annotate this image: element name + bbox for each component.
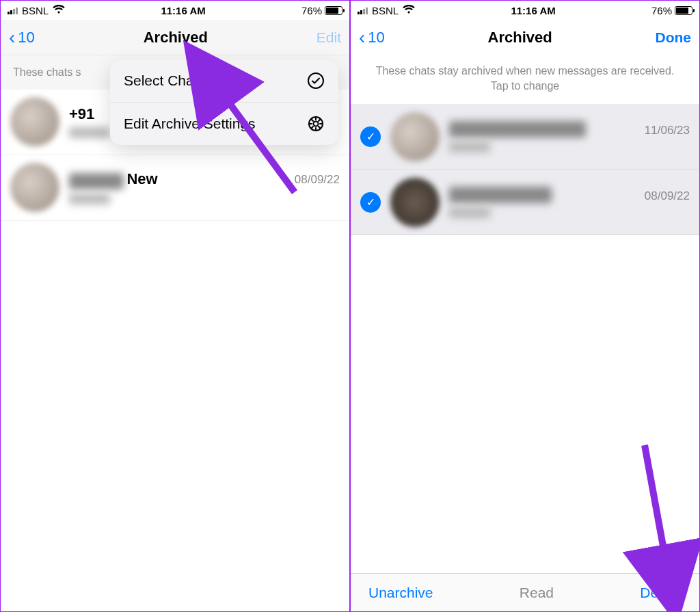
chat-date: 11/06/23 (645, 124, 690, 137)
nav-bar: ‹ 10 Archived Done (351, 20, 699, 55)
chat-name-blurred (449, 187, 552, 203)
chat-preview (69, 194, 110, 204)
status-bar: BSNL 11:16 AM 76% (1, 1, 349, 20)
status-time: 11:16 AM (511, 5, 555, 16)
back-button[interactable]: ‹ 10 (359, 28, 385, 47)
read-button[interactable]: Read (520, 585, 554, 601)
gear-icon (307, 115, 325, 133)
annotation-arrow (624, 438, 700, 585)
chat-name-blurred (69, 173, 124, 189)
page-title: Archived (144, 29, 208, 46)
selection-check-icon[interactable]: ✓ (360, 192, 381, 213)
chat-preview (449, 142, 490, 152)
chat-name: New (126, 170, 157, 187)
carrier-label: BSNL (372, 5, 399, 16)
menu-item-label: Edit Archive Settings (124, 116, 256, 132)
edit-button[interactable]: Edit (317, 29, 341, 46)
avatar (10, 97, 59, 146)
menu-item-label: Select Chats (124, 72, 205, 89)
chat-name-blurred (449, 121, 586, 137)
back-count: 10 (18, 29, 34, 46)
chat-row[interactable]: ✓ 08/09/22 (351, 170, 699, 235)
phone-left: BSNL 11:16 AM 76% ‹ 10 Archived Edit (0, 0, 350, 612)
nav-bar: ‹ 10 Archived Edit (1, 20, 349, 55)
selection-toolbar: Unarchive Read Delete (351, 573, 699, 611)
battery-icon (325, 6, 342, 15)
chat-date: 08/09/22 (295, 173, 340, 187)
battery-pct: 76% (301, 5, 322, 16)
wifi-icon (53, 5, 65, 16)
svg-line-4 (645, 445, 667, 565)
back-button[interactable]: ‹ 10 (9, 28, 35, 47)
chevron-left-icon: ‹ (9, 28, 15, 47)
battery-pct: 76% (651, 5, 672, 16)
chat-list: ✓ 11/06/23 ✓ (351, 104, 699, 235)
chat-row[interactable]: ✓ 11/06/23 (351, 104, 699, 170)
avatar (390, 112, 440, 161)
svg-point-0 (308, 73, 323, 88)
chevron-left-icon: ‹ (359, 28, 365, 47)
signal-bars-icon (358, 6, 368, 14)
battery-icon (675, 6, 692, 15)
carrier-label: BSNL (22, 5, 49, 16)
archive-info-text[interactable]: These chats stay archived when new messa… (351, 55, 699, 104)
chat-row[interactable]: New 08/09/22 (1, 155, 349, 221)
status-bar: BSNL 11:16 AM 76% (351, 1, 699, 20)
back-count: 10 (368, 29, 384, 46)
edit-context-menu: Select Chats Edit Archive Settings (110, 59, 338, 145)
svg-point-2 (314, 122, 319, 127)
page-title: Archived (488, 29, 552, 46)
unarchive-button[interactable]: Unarchive (368, 585, 433, 601)
dual-phone-canvas: BSNL 11:16 AM 76% ‹ 10 Archived Edit (0, 0, 700, 612)
avatar (390, 178, 440, 227)
menu-select-chats[interactable]: Select Chats (110, 59, 338, 103)
chat-preview (69, 127, 110, 138)
delete-button[interactable]: Delete (640, 585, 682, 601)
selection-check-icon[interactable]: ✓ (360, 127, 381, 147)
avatar (10, 163, 59, 212)
chat-date: 08/09/22 (645, 189, 690, 203)
menu-edit-archive-settings[interactable]: Edit Archive Settings (110, 103, 338, 145)
wifi-icon (403, 5, 415, 16)
status-time: 11:16 AM (161, 5, 205, 16)
check-circle-icon (307, 72, 325, 90)
done-button[interactable]: Done (656, 29, 692, 46)
phone-right: BSNL 11:16 AM 76% ‹ 10 Archived Done (350, 0, 700, 612)
signal-bars-icon (8, 6, 18, 14)
chat-name: +91 (69, 105, 94, 123)
chat-preview (449, 207, 490, 218)
